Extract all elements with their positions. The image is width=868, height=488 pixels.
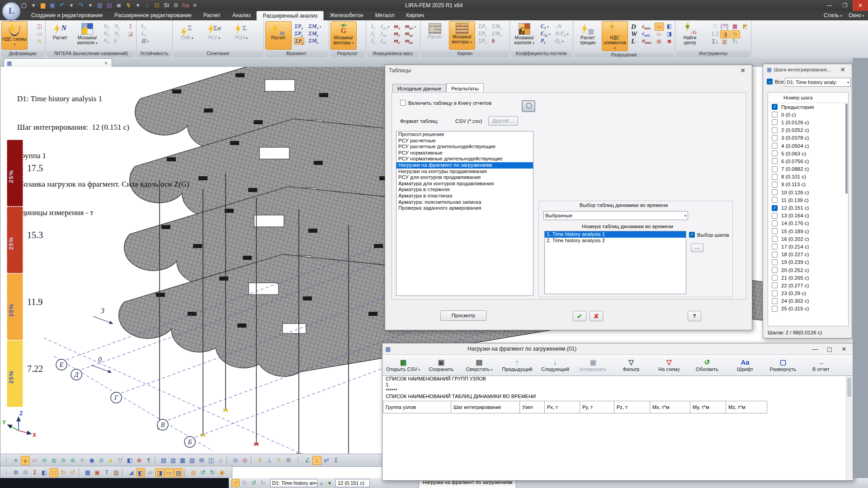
formula-button[interactable]: C1 xyxy=(540,23,551,30)
step-checkbox[interactable] xyxy=(772,174,778,180)
tool-icon[interactable]: ∷ xyxy=(711,23,719,30)
step-row[interactable]: Предыстория xyxy=(768,103,848,111)
more-steps-button[interactable]: ... xyxy=(691,244,703,252)
quick-access-icon[interactable]: ▾ xyxy=(86,1,94,9)
step-row[interactable]: 24 (0.302 с) xyxy=(768,297,848,305)
tool-icon[interactable]: 1.2 xyxy=(711,30,719,38)
formula-button[interactable]: Juy xyxy=(379,30,390,38)
history-nav-icon[interactable]: ↺ xyxy=(231,479,240,487)
formula-button[interactable]: ΣPx xyxy=(294,23,305,30)
step-row[interactable]: 18 (0.227 с) xyxy=(768,251,848,258)
view-tool-icon[interactable]: ▭ xyxy=(165,468,174,477)
formula-button[interactable]: N2 xyxy=(103,30,110,38)
step-row[interactable]: 20 (0.252 с) xyxy=(768,266,848,274)
step-checkbox[interactable] xyxy=(772,182,778,188)
view-tool-icon[interactable]: ↺ xyxy=(68,468,77,477)
steps-list[interactable]: Номер шага Предыстория 0 (0 с) 1 (0.0126… xyxy=(768,92,849,326)
all-steps-checkbox[interactable]: Все xyxy=(767,79,784,84)
ribbon-tab[interactable]: Расчет xyxy=(198,11,226,20)
view-tool-icon[interactable]: ◍ xyxy=(49,456,58,465)
ok-button[interactable]: ✔ xyxy=(573,311,586,321)
step-checkbox[interactable] xyxy=(772,259,778,265)
tool-icon[interactable]: ◪ xyxy=(126,30,135,38)
formula-button[interactable]: k xyxy=(113,38,121,45)
view-tool-icon[interactable] xyxy=(155,456,158,465)
checkbox[interactable] xyxy=(689,232,695,238)
formula-button[interactable]: ΣMx xyxy=(491,23,503,30)
step-checkbox[interactable] xyxy=(772,306,778,312)
tool-icon[interactable]: ◨ xyxy=(720,30,730,38)
quick-access-icon[interactable]: ≡ xyxy=(191,1,199,9)
history-nav-icon[interactable]: ↺ xyxy=(250,479,258,487)
step-row[interactable]: 17 (0.214 с) xyxy=(768,243,848,250)
ribbon-tab[interactable]: Металл xyxy=(369,11,400,20)
results-toolbar-button[interactable]: ▣ Сохранить ▾ xyxy=(422,358,460,372)
view-tool-icon[interactable]: ⋮ xyxy=(293,456,302,465)
table-list-item[interactable]: РСУ нормативные длительнодействующие xyxy=(396,156,533,162)
formula-button[interactable]: ΣPy xyxy=(477,30,488,38)
formula-button[interactable]: ΣPx xyxy=(477,23,488,30)
view-tool-icon[interactable]: ¶ xyxy=(144,456,153,465)
formula-button[interactable]: Pz xyxy=(540,38,551,45)
view-tool-icon[interactable]: ↻ xyxy=(59,468,68,477)
step-row[interactable]: 5 (0.063 с) xyxy=(768,150,848,157)
view-tool-icon[interactable]: ▦ xyxy=(178,456,187,465)
formula-button[interactable]: Jux xyxy=(379,23,390,30)
step-checkbox[interactable] xyxy=(772,158,778,164)
formula-button[interactable]: muz xyxy=(404,38,416,45)
quick-access-icon[interactable]: Si xyxy=(162,1,170,9)
loadcase-dropdown[interactable]: D1: Time history an▾ xyxy=(270,479,317,487)
table-list-item[interactable]: РСУ расчетные xyxy=(396,138,533,144)
view-tool-icon[interactable]: ◧ xyxy=(136,468,145,477)
current-step-value[interactable]: 12 (0.151 с) xyxy=(335,479,370,487)
quick-access-icon[interactable]: ◙ xyxy=(115,1,123,9)
step-checkbox[interactable] xyxy=(772,143,778,149)
formula-button[interactable]: N/Fd xyxy=(554,30,569,38)
quick-access-icon[interactable]: ↶ xyxy=(58,1,66,9)
view-tool-icon[interactable]: ◢ xyxy=(127,468,136,477)
quick-access-icon[interactable]: ↷ xyxy=(77,1,85,9)
step-checkbox[interactable] xyxy=(772,244,778,249)
view-tool-icon[interactable]: ⚙ xyxy=(284,456,293,465)
ribbon-button[interactable]: РСУ ▾ xyxy=(201,21,227,50)
tool-icon[interactable]: ◧ xyxy=(665,23,674,30)
formula-button[interactable]: mz xyxy=(393,38,401,45)
step-row[interactable]: 19 (0.239 с) xyxy=(768,258,848,266)
view-tool-icon[interactable]: ⌂ xyxy=(216,456,225,465)
view-tool-icon[interactable]: ◨ xyxy=(155,468,164,477)
step-row[interactable]: 25 (0.315 с) xyxy=(768,305,848,313)
table-list-item[interactable]: Нагрузки на контуры продавливания xyxy=(396,169,533,175)
ribbon-button[interactable]: СНВ ▾ xyxy=(174,21,200,50)
steps-scrollbar[interactable] xyxy=(845,103,848,194)
view-tool-icon[interactable]: ↺ xyxy=(198,468,208,477)
tab-close-icon[interactable]: × xyxy=(103,60,109,66)
step-checkbox[interactable] xyxy=(772,228,778,234)
formula-button[interactable]: Jy xyxy=(370,30,376,38)
dialog-tab[interactable]: Результаты xyxy=(446,83,484,93)
formula-button[interactable]: Jz xyxy=(370,38,376,45)
formula-button[interactable]: ΣPy xyxy=(294,30,305,38)
table-list-item[interactable]: Протокол решения xyxy=(396,131,533,138)
results-toolbar-button[interactable]: Aa Шрифт ▾ xyxy=(726,358,764,372)
formula-button[interactable]: my xyxy=(393,30,401,38)
view-tool-icon[interactable]: ↻ xyxy=(208,468,217,477)
view-tool-icon[interactable]: ◆ xyxy=(21,456,30,465)
ribbon-button[interactable]: Расчет ▾ xyxy=(47,21,73,50)
step-row[interactable]: 23 (0.29 с) xyxy=(768,290,848,297)
view-tool-icon[interactable]: ⋮ xyxy=(2,468,11,477)
view-tool-icon[interactable]: ⌗ xyxy=(78,456,87,465)
view-tool-icon[interactable]: ∗ xyxy=(11,456,20,465)
ribbon-right-menu[interactable]: Стиль xyxy=(824,12,842,19)
tool-icon[interactable]: ◫ xyxy=(35,23,44,30)
table-list-item[interactable]: Арматура в стержнях xyxy=(396,187,533,193)
step-checkbox[interactable] xyxy=(772,236,778,242)
dynamics-tables-listbox[interactable]: 1. Time history analysis 12. Time histor… xyxy=(544,231,686,294)
step-checkbox[interactable] xyxy=(772,135,778,141)
step-checkbox[interactable] xyxy=(772,213,778,219)
formula-button[interactable]: Ŀ xyxy=(491,38,503,45)
tool-icon[interactable]: ▭ xyxy=(655,23,664,31)
table-list-item[interactable]: РСУ для контуров продавливания xyxy=(396,174,533,181)
quick-access-icon[interactable]: ▣ xyxy=(48,1,57,9)
tool-icon[interactable]: ✖ xyxy=(665,38,674,45)
results-scrollbar[interactable] xyxy=(846,376,853,480)
